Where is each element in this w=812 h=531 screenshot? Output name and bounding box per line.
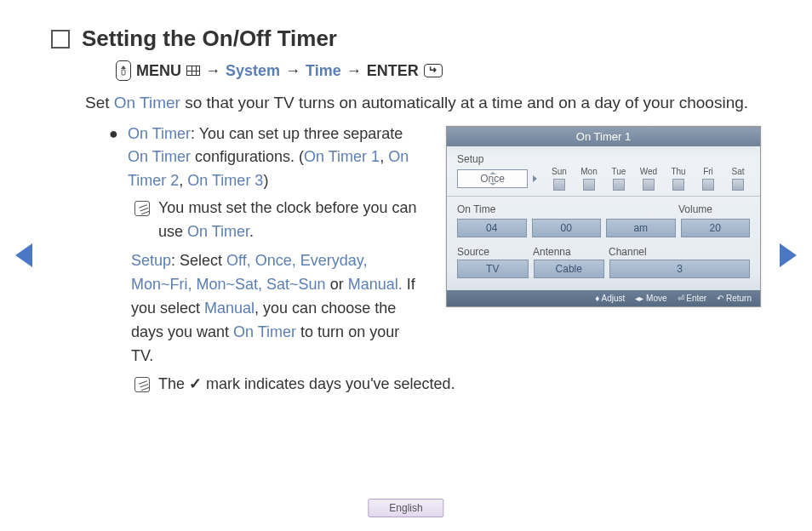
volume-field[interactable]: 20 (681, 219, 751, 237)
page-title: Setting the On/Off Timer (82, 26, 337, 52)
day-fri[interactable]: Fri (696, 167, 720, 191)
day-sun[interactable]: Sun (547, 167, 571, 191)
sp-ontimer: On Timer (233, 323, 296, 340)
day-sat[interactable]: Sat (726, 167, 750, 191)
day-checkbox[interactable] (732, 179, 744, 191)
footer-return: ↶ Return (717, 294, 752, 303)
source-label: Source (457, 246, 528, 258)
crumb-system: System (226, 62, 280, 80)
menu-path: MENU → System → Time → ENTER (116, 60, 761, 81)
minute-field[interactable]: 00 (532, 219, 602, 237)
fa: Adjust (601, 294, 625, 303)
antenna-label: Antenna (533, 246, 603, 258)
ampm-field[interactable]: am (606, 219, 676, 237)
channel-field[interactable]: 3 (609, 260, 750, 278)
spa: : Select (171, 252, 226, 269)
ontimer3: On Timer 3 (187, 172, 263, 189)
day-tue[interactable]: Tue (607, 167, 631, 191)
note-text: You must set the clock before you can us… (158, 197, 420, 244)
day-label: Mon (580, 167, 597, 176)
manual1: Manual. (348, 276, 403, 293)
day-wed[interactable]: Wed (637, 167, 660, 191)
arrow-icon: → (205, 62, 220, 80)
next-page-button[interactable] (780, 243, 797, 267)
bullet-dot-icon: ● (109, 123, 117, 194)
day-checkbox[interactable] (702, 179, 714, 191)
panel-title: On Timer 1 (447, 127, 760, 146)
remote-icon (116, 60, 131, 81)
chevron-right-icon (533, 175, 537, 182)
setup-paragraph: Setup: Select Off, Once, Everyday, Mon~F… (131, 249, 420, 368)
source-field[interactable]: TV (457, 260, 529, 278)
intro-text: Set On Timer so that your TV turns on au… (85, 91, 761, 116)
day-label: Fri (703, 167, 713, 176)
n2b: mark indicates days you've selected. (206, 375, 455, 392)
day-label: Wed (640, 167, 657, 176)
spb: or (326, 276, 348, 293)
volume-label: Volume (678, 203, 750, 215)
day-checkbox[interactable] (672, 179, 684, 191)
bullet-title: On Timer (128, 125, 191, 142)
manual2: Manual (204, 300, 254, 317)
ontimer1: On Timer 1 (304, 148, 380, 165)
fr: Return (726, 294, 752, 303)
day-mon[interactable]: Mon (577, 167, 601, 191)
day-checkbox[interactable] (553, 179, 565, 191)
n1link: On Timer (187, 223, 249, 240)
day-checkbox[interactable] (643, 179, 655, 191)
note-clock: You must set the clock before you can us… (134, 197, 420, 244)
day-label: Thu (671, 167, 685, 176)
footer-enter: ⏎ Enter (678, 294, 707, 303)
language-button[interactable]: English (368, 499, 443, 517)
c1: , (380, 148, 388, 165)
divider (447, 196, 760, 197)
left-column: ● On Timer: You can set up three separat… (128, 123, 420, 368)
cl: ) (263, 172, 268, 189)
setup-row: Once Sun Mon Tue Wed Thu Fri Sat (457, 167, 750, 191)
day-checkbox[interactable] (613, 179, 625, 191)
check-icon: ✓ (189, 375, 202, 392)
footer-adjust: ♦ Adjust (595, 294, 625, 303)
day-thu[interactable]: Thu (666, 167, 690, 191)
setup-select[interactable]: Once (457, 169, 528, 188)
fm: Move (646, 294, 666, 303)
setup-section-label: Setup (457, 153, 750, 165)
time-row: 04 00 am 20 (457, 219, 750, 237)
day-label: Sat (731, 167, 744, 176)
hour-field[interactable]: 04 (457, 219, 527, 237)
setup-text: Setup: Select Off, Once, Everyday, Mon~F… (131, 249, 420, 368)
on-timer-panel: On Timer 1 Setup Once Sun Mon Tue Wed Th… (446, 126, 761, 307)
setup-label: Setup (131, 252, 171, 269)
source-row: TV Cable 3 (457, 260, 750, 278)
title-row: Setting the On/Off Timer (51, 26, 761, 52)
content-columns: ● On Timer: You can set up three separat… (51, 123, 761, 368)
manual-page: Setting the On/Off Timer MENU → System →… (0, 0, 812, 397)
note-icon (134, 201, 150, 216)
intro-post: so that your TV turns on automatically a… (180, 94, 748, 111)
section-bullet-icon (51, 30, 70, 49)
antenna-field[interactable]: Cable (534, 260, 605, 278)
c2: , (179, 172, 187, 189)
bullet-text: On Timer: You can set up three separate … (128, 123, 420, 194)
leftright-icon: ◂▸ (635, 294, 643, 303)
day-checkbox[interactable] (583, 179, 595, 191)
prev-page-button[interactable] (15, 243, 32, 267)
enter-icon (424, 64, 443, 77)
bullet-link1: On Timer (128, 148, 191, 165)
day-label: Sun (552, 167, 567, 176)
note-checkmark: The ✓ mark indicates days you've selecte… (134, 373, 761, 397)
arrow-icon: → (346, 62, 362, 80)
fe: Enter (686, 294, 706, 303)
days-row: Sun Mon Tue Wed Thu Fri Sat (547, 167, 750, 191)
time-labels: On Time Volume (457, 203, 750, 217)
crumb-time: Time (306, 62, 341, 80)
intro-pre: Set (85, 94, 114, 111)
svg-rect-0 (122, 70, 125, 75)
day-label: Tue (612, 167, 626, 176)
panel-body: Setup Once Sun Mon Tue Wed Thu Fri Sat (447, 146, 760, 290)
n2a: The (158, 375, 189, 392)
source-labels: Source Antenna Channel (457, 246, 750, 258)
arrow-icon: → (285, 62, 300, 80)
n1b: . (249, 223, 254, 240)
updown-icon: ♦ (595, 294, 599, 303)
